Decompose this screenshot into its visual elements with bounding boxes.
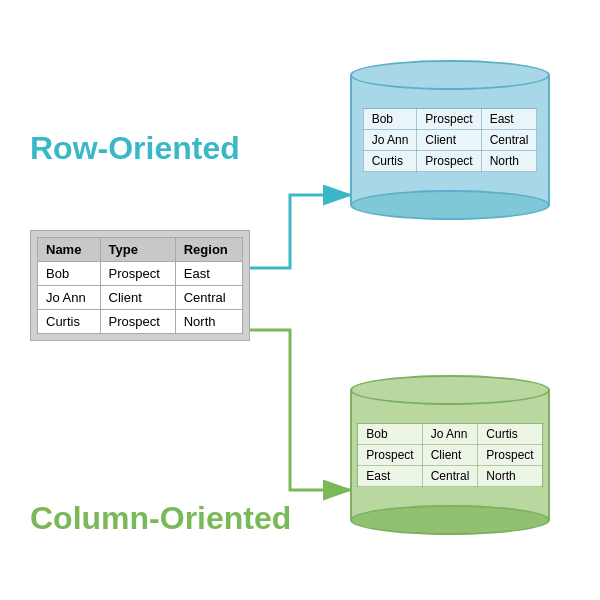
col-db-row: BobJo AnnCurtis bbox=[358, 424, 542, 445]
row-db-cell: Client bbox=[417, 130, 481, 151]
col-db-cell: Central bbox=[422, 466, 478, 487]
row-db-cell: Prospect bbox=[417, 109, 481, 130]
col-db-cylinder: BobJo AnnCurtisProspectClientProspectEas… bbox=[350, 375, 550, 535]
row-db-cell: East bbox=[481, 109, 537, 130]
table-row: CurtisProspectNorth bbox=[38, 310, 243, 334]
col-db-cell: Prospect bbox=[478, 445, 542, 466]
cyl-blue-bottom bbox=[350, 190, 550, 220]
cyl-blue-body: BobProspectEastJo AnnClientCentralCurtis… bbox=[350, 75, 550, 205]
table-cell: Bob bbox=[38, 262, 101, 286]
col-header-region: Region bbox=[175, 238, 242, 262]
col-db-row: ProspectClientProspect bbox=[358, 445, 542, 466]
source-table: Name Type Region BobProspectEastJo AnnCl… bbox=[30, 230, 250, 341]
row-db-cell: North bbox=[481, 151, 537, 172]
table-cell: East bbox=[175, 262, 242, 286]
col-header-name: Name bbox=[38, 238, 101, 262]
cyl-green-bottom bbox=[350, 505, 550, 535]
col-db-cell: North bbox=[478, 466, 542, 487]
row-db-cell: Jo Ann bbox=[363, 130, 417, 151]
table-row: Jo AnnClientCentral bbox=[38, 286, 243, 310]
col-mini-table: BobJo AnnCurtisProspectClientProspectEas… bbox=[357, 423, 542, 487]
table-row: BobProspectEast bbox=[38, 262, 243, 286]
col-arrow bbox=[250, 330, 350, 490]
table-cell: Client bbox=[100, 286, 175, 310]
row-db-cell: Curtis bbox=[363, 151, 417, 172]
cyl-green-top bbox=[350, 375, 550, 405]
row-arrow bbox=[250, 195, 350, 268]
row-db-cylinder: BobProspectEastJo AnnClientCentralCurtis… bbox=[350, 60, 550, 220]
row-db-row: CurtisProspectNorth bbox=[363, 151, 537, 172]
col-db-cell: East bbox=[358, 466, 422, 487]
table-cell: Jo Ann bbox=[38, 286, 101, 310]
col-header-type: Type bbox=[100, 238, 175, 262]
table-cell: North bbox=[175, 310, 242, 334]
table-cell: Prospect bbox=[100, 310, 175, 334]
col-db-cell: Bob bbox=[358, 424, 422, 445]
col-db-row: EastCentralNorth bbox=[358, 466, 542, 487]
col-db-cell: Curtis bbox=[478, 424, 542, 445]
table-cell: Curtis bbox=[38, 310, 101, 334]
col-db-cell: Jo Ann bbox=[422, 424, 478, 445]
row-mini-table: BobProspectEastJo AnnClientCentralCurtis… bbox=[363, 108, 538, 172]
row-oriented-label: Row-Oriented bbox=[30, 130, 240, 167]
cyl-green-body: BobJo AnnCurtisProspectClientProspectEas… bbox=[350, 390, 550, 520]
col-oriented-label: Column-Oriented bbox=[30, 500, 291, 537]
row-db-cell: Bob bbox=[363, 109, 417, 130]
col-db-cell: Client bbox=[422, 445, 478, 466]
row-db-cell: Prospect bbox=[417, 151, 481, 172]
col-db-cell: Prospect bbox=[358, 445, 422, 466]
cyl-blue-top bbox=[350, 60, 550, 90]
table-cell: Central bbox=[175, 286, 242, 310]
row-db-row: Jo AnnClientCentral bbox=[363, 130, 537, 151]
row-db-cell: Central bbox=[481, 130, 537, 151]
table-cell: Prospect bbox=[100, 262, 175, 286]
row-db-row: BobProspectEast bbox=[363, 109, 537, 130]
